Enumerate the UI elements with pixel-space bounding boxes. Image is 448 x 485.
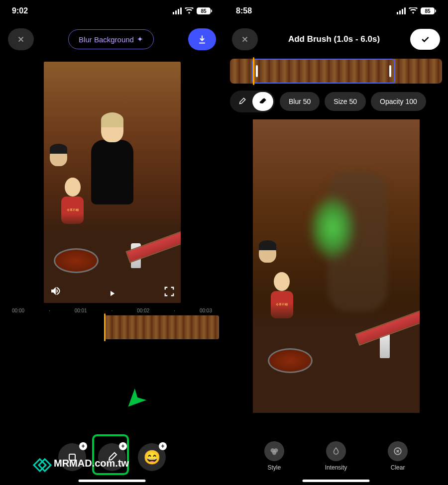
tab-label: Clear <box>391 464 405 471</box>
sparkle-icon: ✦ <box>137 35 143 44</box>
status-bar: 9:02 85 <box>0 0 224 22</box>
playhead[interactable] <box>253 57 254 85</box>
page-title: Add Brush (1.0s - 6.0s) <box>264 34 404 44</box>
svg-point-3 <box>272 451 276 455</box>
plus-badge: + <box>79 442 87 450</box>
home-indicator <box>303 480 370 482</box>
time-labels: 00:00· 00:01· 00:02· 00:03 <box>5 308 219 315</box>
style-icon <box>264 441 284 461</box>
watermark: MRMAD.com.tw <box>35 458 129 469</box>
video-content: 令革不糊 <box>253 119 420 413</box>
brush-header: Add Brush (1.0s - 6.0s) <box>224 22 448 57</box>
blur-bg-label: Blur Background <box>79 35 134 44</box>
close-icon <box>16 35 25 44</box>
plus-badge: + <box>159 442 167 450</box>
blur-background-button[interactable]: Blur Background ✦ <box>68 29 154 49</box>
download-icon <box>197 34 207 44</box>
wifi-icon <box>185 7 194 14</box>
tab-label: Style <box>268 464 281 471</box>
eraser-icon <box>258 97 267 106</box>
video-preview[interactable]: 令革不糊 <box>44 62 181 303</box>
brush-controls: Blur 50 Size 50 Opacity 100 <box>230 91 442 112</box>
left-screen: 9:02 85 Blur Background ✦ 令革不糊 <box>0 0 224 485</box>
status-bar: 8:58 85 <box>224 0 448 22</box>
status-time: 8:58 <box>236 6 252 15</box>
brush-preview[interactable]: 令革不糊 <box>253 119 420 413</box>
clear-icon <box>388 441 408 461</box>
brush-icon <box>237 97 246 106</box>
timeline-track[interactable] <box>105 315 219 339</box>
brush-timeline[interactable] <box>230 59 442 84</box>
bottom-tabs: Style Intensity Clear <box>224 441 448 471</box>
close-icon <box>240 35 249 44</box>
confirm-button[interactable] <box>410 29 440 50</box>
fullscreen-icon[interactable] <box>164 286 175 297</box>
watermark-text: MRMAD.com.tw <box>54 458 129 469</box>
playhead[interactable] <box>104 313 106 341</box>
status-indicators: 85 <box>173 7 212 14</box>
battery-icon: 85 <box>421 7 436 14</box>
brush-eraser-toggle <box>230 91 275 112</box>
right-screen: 8:58 85 Add Brush (1.0s - 6.0s) <box>224 0 448 485</box>
range-handle-left[interactable] <box>256 65 258 77</box>
eraser-mode-button[interactable] <box>252 92 273 111</box>
intensity-icon <box>326 441 346 461</box>
tab-intensity[interactable]: Intensity <box>325 441 347 471</box>
brush-mode-button[interactable] <box>231 92 252 111</box>
selection-range[interactable] <box>252 59 395 84</box>
home-indicator <box>79 480 146 482</box>
range-handle-right[interactable] <box>389 65 391 77</box>
volume-icon[interactable] <box>50 285 62 297</box>
brush-stroke <box>308 193 357 263</box>
close-button[interactable] <box>8 28 34 50</box>
emoji-icon: 😄 <box>143 449 161 466</box>
tab-clear[interactable]: Clear <box>388 441 408 471</box>
status-time: 9:02 <box>12 6 28 15</box>
download-button[interactable] <box>188 28 216 50</box>
signal-icon <box>397 7 406 14</box>
watermark-logo-icon <box>35 458 50 469</box>
annotation-arrow: ➤ <box>117 382 154 419</box>
video-content: 令革不糊 <box>44 62 181 303</box>
tab-style[interactable]: Style <box>264 441 284 471</box>
status-indicators: 85 <box>397 7 436 14</box>
size-setting-button[interactable]: Size 50 <box>325 92 366 111</box>
opacity-setting-button[interactable]: Opacity 100 <box>371 92 426 111</box>
close-button[interactable] <box>232 28 258 50</box>
tab-label: Intensity <box>325 464 347 471</box>
plus-badge: + <box>119 442 127 450</box>
emoji-tool-button[interactable]: 😄 + <box>138 443 166 471</box>
battery-icon: 85 <box>197 7 212 14</box>
check-icon <box>420 34 430 44</box>
timeline[interactable]: 00:00· 00:01· 00:02· 00:03 <box>0 308 224 339</box>
play-icon[interactable] <box>108 289 116 298</box>
blur-setting-button[interactable]: Blur 50 <box>280 92 320 111</box>
wifi-icon <box>409 7 418 14</box>
signal-icon <box>173 7 182 14</box>
editor-header: Blur Background ✦ <box>0 22 224 57</box>
